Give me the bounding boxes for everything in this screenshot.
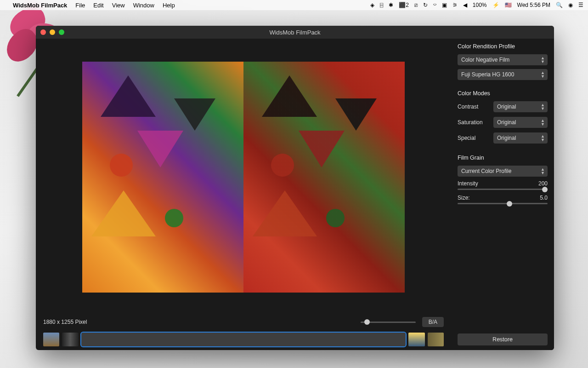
menu-edit[interactable]: Edit [93,2,103,9]
select-special[interactable]: Original [493,132,548,144]
status-timemachine-icon[interactable]: ↻ [423,2,428,8]
close-button[interactable] [40,29,46,35]
status-box-icon[interactable]: ⌸ [380,2,383,8]
status-clock[interactable]: Wed 5:56 PM [517,2,550,8]
status-adobe-icon[interactable]: ⬛2 [399,2,409,8]
status-bluetooth-icon[interactable]: ⌔ [433,2,436,8]
status-charging-icon: ⚡ [492,2,499,8]
maximize-button[interactable] [59,29,64,35]
value-size: 5.0 [540,195,548,201]
label-size: Size: [458,195,470,201]
preview-before [82,62,243,293]
panel-title-color-rendition: Color Rendition Profile [458,43,548,50]
status-battery-icon[interactable]: ▣ [442,2,447,8]
status-battery-percent[interactable]: 100% [473,2,487,8]
restore-button[interactable]: Restore [458,334,548,345]
select-grain-profile[interactable]: Current Color Profile [458,166,548,177]
slider-intensity[interactable] [458,189,548,190]
status-screencap-icon[interactable]: ⎚ [414,2,418,8]
zoom-slider[interactable] [361,322,416,323]
thumbnail-3[interactable] [81,333,406,346]
status-flag-icon[interactable]: 🇺🇸 [505,2,512,8]
preview-image[interactable] [82,62,405,293]
panel-title-color-modes: Color Modes [458,90,548,97]
select-contrast[interactable]: Original [493,101,548,112]
app-window: WidsMob FilmPack [36,26,554,350]
window-titlebar[interactable]: WidsMob FilmPack [36,26,554,39]
menu-file[interactable]: File [75,2,85,9]
preview-after [243,62,405,293]
thumbnail-1[interactable] [43,333,59,346]
slider-size[interactable] [458,203,548,204]
value-intensity: 200 [538,180,548,187]
window-title: WidsMob FilmPack [269,29,320,36]
thumbnail-4[interactable] [408,333,424,346]
thumbnail-5[interactable] [428,333,444,346]
image-dimensions: 1880 x 1255 Pixel [43,319,87,325]
label-contrast: Contrast [458,104,490,110]
status-evernote-icon[interactable]: ✱ [389,2,393,8]
status-wifi-icon[interactable]: ⚞ [452,2,458,8]
main-area: 1880 x 1255 Pixel B/A [36,39,451,350]
select-film-profile[interactable]: Fuji Superia HG 1600 [458,69,548,80]
label-special: Special [458,135,490,141]
menu-help[interactable]: Help [163,2,175,9]
status-volume-icon[interactable]: ◀ [463,2,467,8]
thumbnail-strip [36,330,451,346]
status-notification-icon[interactable]: ☰ [578,2,583,8]
select-saturation[interactable]: Original [493,117,548,128]
panel-color-rendition: Color Rendition Profile Color Negative F… [458,43,548,84]
select-film-type[interactable]: Color Negative Film [458,54,548,65]
status-compass-icon[interactable]: ◈ [370,2,374,8]
label-saturation: Saturation [458,119,490,126]
menu-window[interactable]: Window [133,2,154,9]
label-intensity: Intensity [458,180,478,187]
mac-menubar: WidsMob FilmPack File Edit View Window H… [0,0,588,10]
panel-color-modes: Color Modes Contrast Original▲▼ Saturati… [458,90,548,148]
panel-title-film-grain: Film Grain [458,155,548,161]
panel-film-grain: Film Grain Current Color Profile ▲▼ Inte… [458,155,548,209]
before-after-toggle[interactable]: B/A [422,317,444,327]
menu-view[interactable]: View [112,2,125,9]
status-siri-icon[interactable]: ◉ [568,2,573,8]
minimize-button[interactable] [50,29,55,35]
side-panel: Color Rendition Profile Color Negative F… [451,39,554,350]
menubar-app-name[interactable]: WidsMob FilmPack [13,2,67,9]
status-spotlight-icon[interactable]: 🔍 [556,2,563,8]
thumbnail-2[interactable] [62,333,78,346]
